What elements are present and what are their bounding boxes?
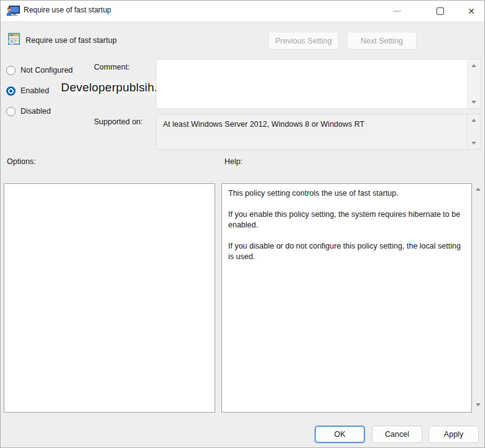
help-paragraph: This policy setting controls the use of … [228, 188, 465, 199]
radio-label: Not Configured [21, 66, 73, 75]
help-scroll-down[interactable] [474, 401, 482, 409]
close-icon: ✕ [468, 7, 475, 16]
minimize-button[interactable] [382, 1, 411, 21]
comment-input[interactable] [157, 60, 467, 108]
radio-label: Disabled [21, 107, 51, 116]
radio-circle-unchecked[interactable] [6, 66, 16, 75]
minimize-icon [393, 11, 401, 12]
radio-label: Enabled [21, 86, 49, 95]
help-label: Help: [224, 157, 242, 166]
scroll-up-icon[interactable] [471, 64, 476, 67]
supported-on-label: Supported on: [94, 117, 143, 126]
previous-setting-button[interactable]: Previous Setting [268, 32, 339, 50]
radio-circle-checked[interactable] [6, 86, 16, 96]
group-policy-icon [6, 6, 20, 16]
radio-disabled[interactable]: Disabled [6, 106, 51, 116]
scroll-down-icon[interactable] [471, 101, 476, 104]
options-panel [4, 183, 215, 413]
policy-setting-icon [7, 32, 21, 47]
help-panel: This policy setting controls the use of … [221, 183, 472, 413]
radio-enabled[interactable]: Enabled [6, 86, 49, 96]
help-paragraph: If you disable or do not configure this … [228, 241, 465, 262]
scroll-down-icon[interactable] [471, 142, 476, 145]
help-scroll-up[interactable] [474, 186, 482, 194]
apply-button[interactable]: Apply [428, 426, 479, 443]
close-button[interactable]: ✕ [457, 1, 485, 21]
maximize-icon [436, 7, 444, 15]
cancel-button[interactable]: Cancel [372, 426, 422, 443]
supported-scrollbar[interactable] [467, 114, 480, 149]
scroll-down-icon [476, 403, 481, 406]
ok-button[interactable]: OK [315, 426, 365, 443]
options-label: Options: [7, 157, 36, 166]
policy-setting-dialog: Require use of fast startup ✕ Require us… [0, 0, 485, 448]
maximize-button[interactable] [426, 1, 455, 21]
comment-label: Comment: [94, 63, 130, 71]
radio-not-configured[interactable]: Not Configured [6, 65, 73, 75]
supported-on-value: At least Windows Server 2012, Windows 8 … [163, 120, 464, 129]
next-setting-button[interactable]: Next Setting [347, 32, 417, 50]
help-paragraph: If you enable this policy setting, the s… [228, 209, 465, 231]
scroll-up-icon[interactable] [471, 119, 476, 122]
titlebar: Require use of fast startup ✕ [1, 1, 484, 21]
comment-scrollbar[interactable] [467, 60, 480, 108]
comment-box [156, 59, 481, 109]
scroll-up-icon [476, 188, 481, 191]
window-title: Require use of fast startup [24, 6, 111, 14]
supported-on-box: At least Windows Server 2012, Windows 8 … [156, 114, 481, 150]
radio-circle-unchecked[interactable] [6, 107, 16, 116]
setting-name: Require use of fast startup [25, 36, 117, 45]
